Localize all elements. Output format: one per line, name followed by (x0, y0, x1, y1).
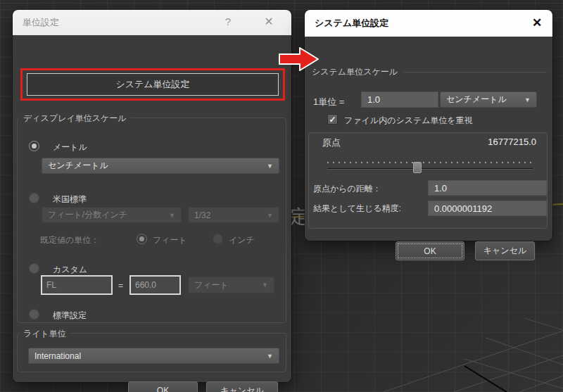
accuracy-field[interactable]: 0.0000001192 (428, 201, 547, 216)
origin-label: 原点 (322, 137, 341, 149)
metric-radio-label[interactable]: メートル (53, 141, 87, 153)
one-unit-label: 1単位 = (313, 96, 344, 108)
custom-unit-dropdown-value: フィート (194, 279, 229, 291)
respect-system-units-checkbox[interactable]: ✓ (327, 114, 338, 125)
system-unit-setup-button[interactable]: システム単位設定 (27, 73, 279, 96)
custom-amount-field[interactable]: 660.0 (129, 275, 181, 295)
chevron-down-icon: ▼ (267, 353, 273, 360)
slider-track (327, 168, 533, 169)
generic-units-radio-label[interactable]: 標準設定 (53, 310, 87, 322)
system-unit-title: システム単位設定 (315, 17, 388, 30)
inches-radio[interactable] (213, 234, 223, 244)
distance-field[interactable]: 1.0 (428, 180, 547, 196)
metric-radio[interactable] (29, 141, 39, 151)
annotation-arrow-icon (279, 45, 321, 73)
close-icon[interactable]: ✕ (260, 15, 277, 28)
us-fraction-dropdown[interactable]: 1/32 ▼ (188, 207, 279, 223)
chevron-down-icon: ▼ (267, 163, 273, 170)
system-unit-dropdown[interactable]: センチメートル ▼ (440, 91, 537, 108)
unit-setup-title: 単位設定 (23, 16, 59, 29)
chevron-down-icon: ▼ (262, 282, 268, 289)
cancel-button[interactable]: キャンセル (206, 381, 278, 392)
custom-name-field[interactable]: FL (41, 275, 113, 295)
chevron-down-icon: ▼ (169, 212, 175, 219)
distance-label: 原点からの距離： (313, 183, 381, 195)
annotation-rectangle: システム単位設定 (20, 68, 285, 101)
group-divider (403, 72, 547, 72)
us-unit-dropdown[interactable]: フィート/分数インチ ▼ (42, 207, 182, 223)
display-unit-scale-label: ディスプレイ単位スケール (20, 113, 130, 125)
metric-unit-dropdown-value: センチメートル (48, 160, 108, 172)
origin-slider-thumb[interactable] (413, 162, 422, 173)
unit-setup-body: システム単位設定 ディスプレイ単位スケール メートル センチメートル ▼ 米国標… (13, 35, 291, 382)
custom-radio[interactable] (29, 263, 39, 274)
help-icon[interactable]: ? (221, 15, 235, 27)
slider-ticks (327, 162, 533, 163)
unit-setup-dialog: 単位設定 ? ✕ システム単位設定 ディスプレイ単位スケール メートル センチメ… (13, 10, 291, 382)
one-unit-field[interactable]: 1.0 (361, 91, 438, 108)
lighting-units-dropdown-value: International (34, 351, 81, 361)
chevron-down-icon: ▼ (524, 96, 531, 103)
us-fraction-dropdown-value: 1/32 (194, 210, 210, 220)
respect-system-units-label[interactable]: ファイル内のシステム単位を重視 (344, 115, 473, 127)
us-standard-radio[interactable] (29, 193, 39, 203)
custom-unit-dropdown[interactable]: フィート ▼ (188, 277, 274, 293)
equals-sign: = (118, 281, 123, 291)
us-standard-radio-label[interactable]: 米国標準 (53, 194, 87, 206)
system-unit-titlebar[interactable]: システム単位設定 ✕ (305, 10, 552, 37)
ok-button[interactable]: OK (396, 241, 464, 260)
lighting-units-dropdown[interactable]: International ▼ (28, 348, 279, 364)
inches-radio-label[interactable]: インチ (229, 234, 255, 246)
chevron-down-icon: ▼ (267, 212, 273, 219)
feet-radio[interactable] (137, 234, 147, 244)
generic-units-radio[interactable] (29, 309, 39, 320)
system-unit-setup-dialog: システム単位設定 ✕ システム単位スケール 1単位 = 1.0 センチメートル … (305, 10, 552, 241)
us-unit-dropdown-value: フィート/分数インチ (48, 209, 127, 221)
viewport-background: 定 単位設定 ? ✕ システム単位設定 ディスプレイ単位スケール メートル セン… (0, 0, 563, 392)
cancel-button[interactable]: キャンセル (475, 241, 535, 260)
unit-setup-titlebar[interactable]: 単位設定 ? ✕ (13, 10, 291, 35)
feet-radio-label[interactable]: フィート (153, 234, 187, 246)
metric-unit-dropdown[interactable]: センチメートル ▼ (42, 158, 279, 174)
origin-slider[interactable] (327, 160, 533, 175)
close-icon[interactable]: ✕ (529, 15, 545, 30)
system-unit-body: システム単位スケール 1単位 = 1.0 センチメートル ▼ ✓ ファイル内のシ… (305, 37, 552, 241)
default-units-label: 既定値の単位： (40, 234, 99, 246)
lighting-units-label: ライト単位 (20, 328, 70, 340)
custom-radio-label[interactable]: カスタム (53, 264, 87, 276)
system-unit-dropdown-value: センチメートル (446, 94, 507, 106)
system-unit-scale-group: システム単位スケール (312, 66, 547, 78)
accuracy-label: 結果として生じる精度: (313, 203, 401, 215)
system-unit-scale-label: システム単位スケール (312, 66, 398, 78)
origin-value: 16777215.0 (445, 137, 536, 147)
ok-button[interactable]: OK (128, 381, 198, 392)
